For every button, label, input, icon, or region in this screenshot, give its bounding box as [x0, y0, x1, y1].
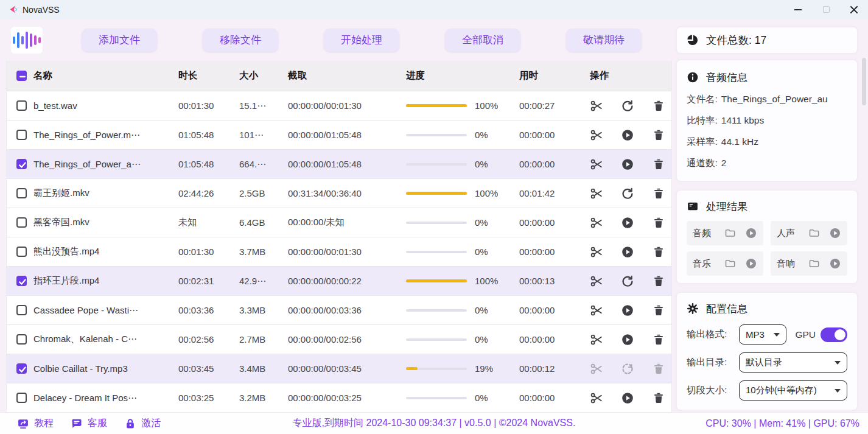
close-button[interactable]	[840, 0, 868, 19]
play-icon[interactable]	[621, 245, 634, 259]
cut-icon[interactable]	[590, 216, 603, 229]
segment-size-select[interactable]: 10分钟(中等内存)	[739, 380, 847, 401]
row-checkbox[interactable]	[16, 247, 27, 257]
row-checkbox[interactable]	[16, 276, 27, 286]
activate-link[interactable]: 激活	[124, 417, 161, 430]
delete-icon[interactable]	[652, 275, 665, 288]
coming-soon-button[interactable]: 敬请期待	[566, 29, 642, 52]
support-link[interactable]: 客服	[71, 417, 107, 430]
cancel-all-button[interactable]: 全部取消	[445, 29, 520, 52]
cut-icon[interactable]	[590, 333, 603, 346]
play-icon[interactable]	[621, 304, 634, 317]
cut-icon[interactable]	[590, 245, 603, 259]
spinner-icon	[621, 362, 634, 376]
play-icon[interactable]	[621, 158, 634, 171]
folder-icon[interactable]	[808, 227, 821, 239]
folder-icon[interactable]	[724, 257, 737, 270]
play-icon[interactable]	[621, 333, 634, 346]
row-checkbox[interactable]	[16, 217, 27, 228]
delete-icon[interactable]	[652, 333, 665, 346]
maximize-icon	[823, 6, 830, 13]
retry-icon[interactable]	[621, 187, 634, 200]
output-format-select[interactable]: MP3	[739, 324, 786, 345]
play-icon[interactable]	[621, 128, 634, 142]
cut-icon[interactable]	[590, 304, 603, 317]
scrollbar-thumb[interactable]	[862, 58, 866, 105]
table-row[interactable]: 黑客帝国.mkv 未知 6.4GB 00:00:00/未知 0% 00:00:0…	[7, 208, 671, 237]
row-actions	[590, 304, 671, 317]
file-name: Chromak、Kalenah - C⋯	[33, 334, 178, 345]
play-icon[interactable]	[745, 227, 757, 239]
play-icon[interactable]	[621, 216, 634, 229]
app-title: NovaVSS	[23, 5, 60, 15]
file-duration: 00:02:31	[178, 276, 239, 286]
delete-icon[interactable]	[652, 128, 665, 142]
row-checkbox[interactable]	[16, 334, 27, 345]
table-row[interactable]: Colbie Caillat - Try.mp3 00:03:45 3.4MB …	[7, 354, 671, 383]
row-checkbox[interactable]	[16, 100, 27, 111]
table-row[interactable]: 霸王别姬.mkv 02:44:26 2.5GB 00:31:34/00:36:4…	[7, 179, 671, 208]
cut-icon[interactable]	[590, 391, 603, 405]
play-icon[interactable]	[621, 391, 634, 405]
select-all-checkbox[interactable]	[16, 71, 27, 81]
delete-icon[interactable]	[652, 216, 665, 229]
delete-icon[interactable]	[652, 99, 665, 113]
table-row[interactable]: b_test.wav 00:01:30 15.1⋯ 00:00:00/00:01…	[7, 91, 671, 121]
table-row[interactable]: The_Rings_of_Power.m⋯ 01:05:48 101⋯ 00:0…	[7, 121, 671, 150]
progress-bar	[406, 251, 467, 253]
table-row[interactable]: 熊出没预告.mp4 00:01:30 3.7MB 00:00:00/00:01:…	[7, 237, 671, 267]
row-checkbox[interactable]	[16, 188, 27, 198]
cut-icon[interactable]	[590, 99, 603, 113]
delete-icon[interactable]	[652, 304, 665, 317]
start-processing-button[interactable]: 开始处理	[324, 29, 399, 52]
play-icon[interactable]	[829, 257, 841, 270]
cut-icon[interactable]	[590, 362, 603, 376]
row-checkbox[interactable]	[16, 393, 27, 403]
play-icon[interactable]	[745, 257, 757, 270]
table-row[interactable]: Chromak、Kalenah - C⋯ 00:02:56 2.7MB 00:0…	[7, 325, 671, 354]
cut-icon[interactable]	[590, 187, 603, 200]
progress-bar	[406, 338, 467, 341]
progress-cell: 0%	[406, 130, 519, 140]
cut-icon[interactable]	[590, 128, 603, 142]
output-dir-label: 输出目录:	[687, 356, 739, 369]
progress-percent: 0%	[475, 305, 488, 315]
file-duration: 00:03:25	[178, 393, 239, 403]
row-checkbox[interactable]	[16, 159, 27, 169]
add-files-button[interactable]: 添加文件	[82, 29, 157, 52]
clip-range: 00:00:00/00:03:25	[288, 393, 406, 403]
progress-cell: 0%	[406, 159, 519, 169]
minimize-button[interactable]	[784, 0, 812, 19]
delete-icon[interactable]	[652, 391, 665, 405]
audio-info-card: 音频信息 文件名:The_Rings_of_Power_au 比特率:1411 …	[677, 60, 857, 181]
delete-icon[interactable]	[652, 245, 665, 259]
delete-icon[interactable]	[652, 158, 665, 171]
row-checkbox[interactable]	[16, 305, 27, 315]
retry-icon[interactable]	[621, 275, 634, 288]
table-row[interactable]: Delacey - Dream It Pos⋯ 00:03:25 3.2MB 0…	[7, 383, 671, 412]
maximize-button[interactable]	[812, 0, 840, 19]
folder-icon[interactable]	[724, 227, 737, 239]
file-name: 熊出没预告.mp4	[33, 246, 178, 257]
gpu-toggle[interactable]	[821, 327, 847, 342]
table-row[interactable]: 指环王片段.mp4 00:02:31 42.9⋯ 00:00:00/00:00:…	[7, 267, 671, 296]
play-icon[interactable]	[829, 227, 841, 239]
table-row[interactable]: The_Rings_of_Power_a⋯ 01:05:48 664.⋯ 00:…	[7, 150, 671, 179]
retry-icon[interactable]	[621, 99, 634, 113]
folder-icon[interactable]	[808, 257, 821, 270]
chevron-down-icon	[774, 333, 780, 337]
cut-icon[interactable]	[590, 275, 603, 288]
file-size: 101⋯	[239, 130, 288, 141]
cut-icon[interactable]	[590, 158, 603, 171]
gear-icon	[687, 303, 699, 315]
output-dir-select[interactable]: 默认目录	[739, 352, 847, 373]
tutorial-link[interactable]: 教程	[17, 417, 54, 430]
row-checkbox[interactable]	[16, 363, 27, 374]
row-checkbox[interactable]	[16, 130, 27, 140]
elapsed-time: 00:00:12	[519, 363, 590, 374]
table-row[interactable]: Cassadee Pope - Wasti⋯ 00:03:36 3.3MB 00…	[7, 296, 671, 325]
delete-icon[interactable]	[652, 187, 665, 200]
waveform-logo-icon	[11, 27, 43, 54]
remove-files-button[interactable]: 移除文件	[203, 29, 278, 52]
delete-icon[interactable]	[652, 362, 665, 376]
